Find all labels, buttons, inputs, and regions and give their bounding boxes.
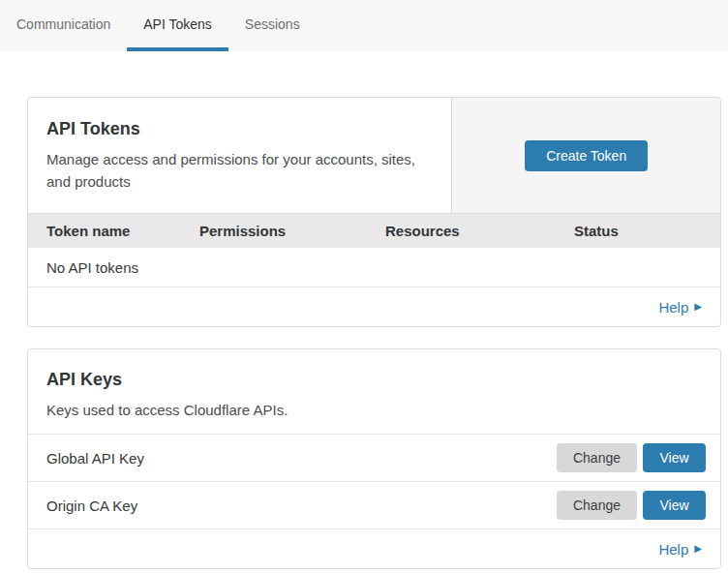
create-token-button[interactable]: Create Token	[525, 140, 648, 171]
api-tokens-card-header-text: API Tokens Manage access and permissions…	[28, 98, 451, 213]
api-keys-card-header: API Keys Keys used to access Cloudflare …	[28, 349, 720, 434]
origin-ca-key-actions: Change View	[557, 491, 706, 520]
api-tokens-table-header: Token name Permissions Resources Status	[28, 213, 720, 248]
api-tokens-card-action-panel: Create Token	[451, 98, 720, 213]
origin-ca-key-row: Origin CA Key Change View	[28, 481, 720, 528]
column-header-resources: Resources	[385, 223, 574, 239]
global-api-key-actions: Change View	[557, 443, 706, 472]
api-keys-card-footer: Help ▶	[28, 528, 720, 568]
tab-api-tokens[interactable]: API Tokens	[127, 0, 228, 51]
help-link-label: Help	[658, 541, 688, 558]
page-content: API Tokens Manage access and permissions…	[0, 51, 728, 569]
help-link-label: Help	[658, 299, 688, 316]
api-tokens-help-link[interactable]: Help ▶	[658, 299, 702, 316]
api-tokens-card: API Tokens Manage access and permissions…	[27, 97, 721, 327]
api-tokens-card-footer: Help ▶	[28, 286, 720, 326]
help-arrow-icon: ▶	[694, 544, 702, 554]
api-keys-card: API Keys Keys used to access Cloudflare …	[27, 348, 721, 569]
settings-tab-bar: Communication API Tokens Sessions	[0, 0, 728, 51]
global-api-key-change-button[interactable]: Change	[557, 443, 637, 472]
column-header-permissions: Permissions	[199, 223, 385, 239]
api-tokens-empty-state: No API tokens	[28, 248, 720, 286]
api-tokens-description: Manage access and permissions for your a…	[46, 148, 433, 194]
api-tokens-title: API Tokens	[46, 119, 433, 139]
api-keys-title: API Keys	[46, 370, 702, 390]
global-api-key-row: Global API Key Change View	[28, 434, 720, 481]
tab-sessions[interactable]: Sessions	[228, 0, 317, 51]
api-tokens-card-header: API Tokens Manage access and permissions…	[28, 98, 720, 213]
global-api-key-label: Global API Key	[46, 450, 557, 467]
help-arrow-icon: ▶	[694, 302, 702, 312]
api-keys-help-link[interactable]: Help ▶	[658, 541, 702, 558]
origin-ca-key-change-button[interactable]: Change	[557, 491, 637, 520]
origin-ca-key-view-button[interactable]: View	[643, 491, 706, 520]
origin-ca-key-label: Origin CA Key	[46, 498, 557, 514]
column-header-status: Status	[574, 223, 720, 239]
api-keys-description: Keys used to access Cloudflare APIs.	[46, 399, 443, 421]
global-api-key-view-button[interactable]: View	[643, 443, 706, 472]
column-header-token-name: Token name	[46, 223, 199, 239]
tab-communication[interactable]: Communication	[0, 0, 127, 51]
